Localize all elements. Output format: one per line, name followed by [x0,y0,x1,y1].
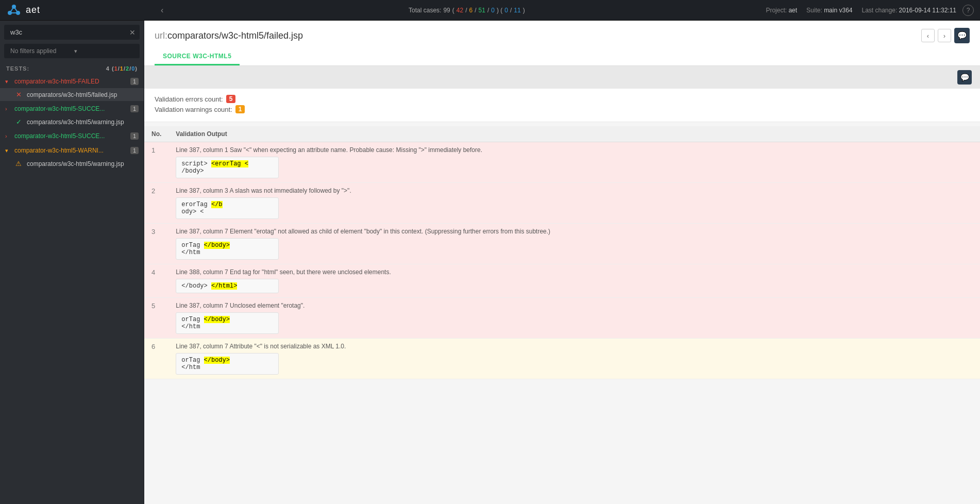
table-row: 2Line 387, column 3 A slash was not imme… [144,183,980,224]
warnings-count-line: Validation warnings count: 1 [155,105,970,113]
toggle-icon: ▾ [5,78,11,85]
suite-label: Suite: main v364 [806,7,852,14]
main-layout: ✕ No filters applied ▾ TESTS: 4 (1/1/2/0… [0,21,980,504]
last-change-label: Last change: 2016-09-14 11:32:11 [862,7,957,14]
comment-button[interactable]: 💬 [954,28,970,43]
content-body: 💬 Validation errors count: 5 Validation … [144,66,980,504]
test-group-success1-badge: 1 [130,105,139,112]
filter-dropdown[interactable]: No filters applied ▾ [4,44,140,58]
test-group-success2-header[interactable]: › comparator-w3c-html5-SUCCE... 1 [0,129,144,143]
test-group-failed-badge: 1 [130,78,139,85]
col-output: Validation Output [168,126,980,142]
test-item-warning-name: comparators/w3c-html5/warning.jsp [27,160,139,167]
toggle-icon: › [5,133,11,139]
topbar: aet ‹ Total cases: 99 ( 42 / 6 / 51 / 0 … [0,0,980,21]
test-item-failed-jsp[interactable]: ✕ comparators/w3c-html5/failed.jsp [0,88,144,101]
url-text: url:comparators/w3c-html5/failed.jsp [155,30,303,41]
stats-label: Total cases: [409,7,441,14]
test-group-success2: › comparator-w3c-html5-SUCCE... 1 [0,129,144,143]
nav-next-button[interactable]: › [938,29,951,42]
validation-summary: Validation errors count: 5 Validation wa… [144,89,980,122]
nav-prev-button[interactable]: ‹ [921,29,935,42]
search-input[interactable] [8,25,129,40]
stats-green: 51 [479,7,485,14]
help-button[interactable]: ? [962,5,974,16]
stats-blue-a: 0 [491,7,495,14]
url-path: comparators/w3c-html5/failed.jsp [167,30,303,41]
warnings-count-badge: 1 [235,105,245,113]
row-number: 5 [144,298,168,339]
stats-yellow: 6 [469,7,473,14]
stats-blue-c: 11 [514,7,520,14]
logo-icon [6,3,22,18]
table-row: 5Line 387, column 7 Unclosed element "er… [144,298,980,339]
errors-count-badge: 5 [226,95,236,103]
sidebar-list: ▾ comparator-w3c-html5-FAILED 1 ✕ compar… [0,75,144,504]
row-output: Line 388, column 7 End tag for "html" se… [168,264,980,298]
project-label: Project: aet [766,7,797,14]
row-message: Line 387, column 7 Unclosed element "ero… [176,302,973,309]
content-header: url:comparators/w3c-html5/failed.jsp ‹ ›… [144,21,980,66]
row-code: orTag </body></htm [176,353,279,375]
sidebar-search-container: ✕ [4,25,140,40]
test-group-warning-header[interactable]: ▾ comparator-w3c-html5-WARNI... 1 [0,144,144,157]
test-group-warning-badge: 1 [130,147,139,154]
row-output: Line 387, column 7 Attribute "<" is not … [168,339,980,379]
test-group-success1-name: comparator-w3c-html5-SUCCE... [14,105,127,112]
content-tabs: SOURCE W3C-HTML5 [155,48,970,65]
url-display: url:comparators/w3c-html5/failed.jsp [155,30,303,41]
tab-source-w3c[interactable]: SOURCE W3C-HTML5 [155,48,240,65]
test-group-success1: › comparator-w3c-html5-SUCCE... 1 ✓ comp… [0,102,144,128]
content-url: url:comparators/w3c-html5/failed.jsp ‹ ›… [155,28,970,43]
table-row: 1Line 387, column 1 Saw "<" when expecti… [144,142,980,183]
url-label: url: [155,30,167,41]
warning-icon: ⚠ [14,160,23,167]
comment-bar-button[interactable]: 💬 [957,70,972,85]
sidebar: ✕ No filters applied ▾ TESTS: 4 (1/1/2/0… [0,21,144,504]
test-item-success1-jsp[interactable]: ✓ comparators/w3c-html5/warning.jsp [0,115,144,128]
warnings-count-label: Validation warnings count: [155,106,232,113]
errors-count-label: Validation errors count: [155,95,223,103]
url-nav: ‹ › 💬 [921,28,970,43]
toggle-icon: › [5,106,11,112]
row-number: 6 [144,339,168,379]
comment-bar: 💬 [144,66,980,89]
tests-count: 4 (1/1/2/0) [106,65,138,72]
stats-open-paren: ( [452,7,454,14]
test-group-warning: ▾ comparator-w3c-html5-WARNI... 1 ⚠ comp… [0,144,144,170]
row-message: Line 387, column 7 Attribute "<" is not … [176,343,973,350]
row-code: orTag </body></htm [176,238,279,260]
chevron-down-icon: ▾ [72,44,136,58]
svg-line-4 [14,7,18,13]
tests-header: TESTS: 4 (1/1/2/0) [0,62,144,75]
row-number: 1 [144,142,168,183]
table-header: No. Validation Output [144,126,980,142]
row-code: script> <erorTag </body> [176,157,279,178]
test-item-failed-name: comparators/w3c-html5/failed.jsp [27,91,139,98]
test-group-success1-header[interactable]: › comparator-w3c-html5-SUCCE... 1 [0,102,144,115]
topbar-meta: Project: aet Suite: main v364 Last chang… [766,7,956,14]
col-no: No. [144,126,168,142]
table-row: 4Line 388, column 7 End tag for "html" s… [144,264,980,298]
row-message: Line 387, column 1 Saw "<" when expectin… [176,146,973,154]
test-group-success2-name: comparator-w3c-html5-SUCCE... [14,132,127,140]
test-item-success1-name: comparators/w3c-html5/warning.jsp [27,119,139,126]
test-group-success2-badge: 1 [130,132,139,140]
row-number: 3 [144,224,168,264]
topbar-stats: Total cases: 99 ( 42 / 6 / 51 / 0 ) ( 0 … [174,7,759,14]
tests-label: TESTS: [6,65,29,72]
cross-icon: ✕ [14,91,23,98]
validation-table: No. Validation Output 1Line 387, column … [144,126,980,379]
clear-icon[interactable]: ✕ [129,28,136,37]
table-row: 6Line 387, column 7 Attribute "<" is not… [144,339,980,379]
test-item-warning-jsp[interactable]: ⚠ comparators/w3c-html5/warning.jsp [0,157,144,170]
errors-count-line: Validation errors count: 5 [155,95,970,103]
row-number: 2 [144,183,168,224]
test-group-failed-header[interactable]: ▾ comparator-w3c-html5-FAILED 1 [0,75,144,88]
row-message: Line 387, column 7 Element "erotag" not … [176,228,973,235]
logo-text: aet [26,5,40,15]
collapse-button[interactable]: ‹ [157,4,167,17]
row-output: Line 387, column 1 Saw "<" when expectin… [168,142,980,183]
test-group-warning-name: comparator-w3c-html5-WARNI... [14,147,127,154]
row-message: Line 387, column 3 A slash was not immed… [176,187,973,194]
